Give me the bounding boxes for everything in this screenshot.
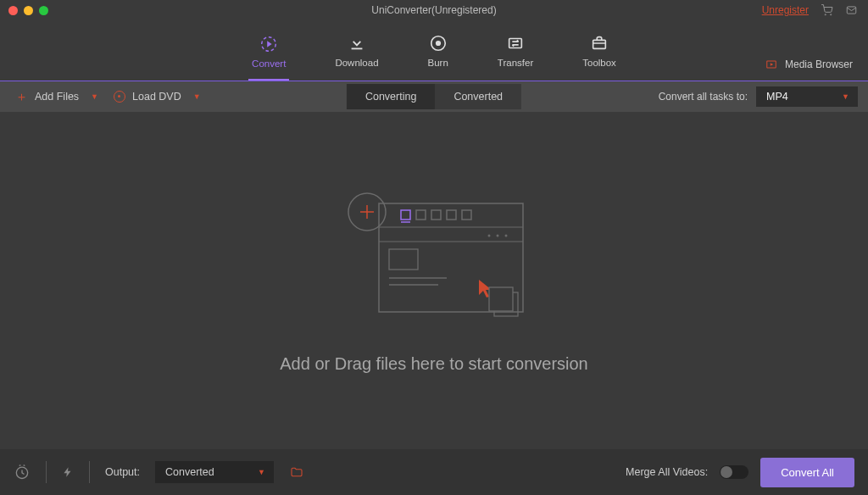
svg-rect-8	[509, 38, 522, 47]
nav-download[interactable]: Download	[331, 29, 381, 73]
bottom-bar: Output: Converted ▼ Merge All Videos: Co…	[0, 449, 868, 495]
burn-icon	[429, 34, 448, 53]
disc-icon	[114, 91, 125, 103]
svg-point-24	[497, 234, 499, 236]
media-browser-button[interactable]: Media Browser	[765, 58, 853, 70]
chevron-down-icon: ▼	[91, 92, 98, 101]
convert-all-tasks-label: Convert all tasks to:	[659, 91, 748, 103]
toolbox-icon	[590, 34, 609, 53]
merge-videos-toggle[interactable]	[720, 465, 748, 479]
merge-videos-label: Merge All Videos:	[626, 466, 708, 478]
svg-marker-11	[771, 63, 774, 66]
schedule-icon[interactable]	[14, 464, 31, 481]
maximize-window-button[interactable]	[39, 6, 48, 15]
message-icon[interactable]	[845, 4, 858, 16]
svg-rect-19	[431, 210, 441, 220]
add-files-label: Add Files	[35, 91, 79, 103]
tab-converted[interactable]: Converted	[435, 84, 521, 109]
output-selected-value: Converted	[165, 466, 214, 478]
load-dvd-label: Load DVD	[132, 91, 181, 103]
nav-label: Toolbox	[582, 58, 616, 68]
separator	[46, 461, 47, 483]
output-format-select[interactable]: MP4 ▼	[756, 86, 858, 107]
transfer-icon	[506, 34, 525, 53]
svg-rect-5	[352, 47, 363, 49]
load-dvd-button[interactable]: Load DVD ▼	[108, 87, 206, 106]
download-icon	[348, 34, 366, 53]
svg-rect-21	[462, 210, 471, 220]
separator	[89, 461, 90, 483]
gpu-accel-icon[interactable]	[62, 464, 74, 481]
format-selected-value: MP4	[766, 91, 788, 103]
top-nav: Convert Download Burn Transfer Toolbox	[0, 20, 868, 81]
chevron-down-icon: ▼	[258, 468, 265, 476]
nav-burn[interactable]: Burn	[425, 29, 452, 73]
svg-rect-20	[447, 210, 456, 220]
svg-rect-9	[593, 40, 606, 48]
nav-toolbox[interactable]: Toolbox	[579, 29, 620, 73]
media-browser-icon	[765, 58, 778, 70]
media-browser-label: Media Browser	[785, 58, 853, 70]
toolbar: ＋ Add Files ▼ Load DVD ▼ Converting Conv…	[0, 81, 868, 112]
tab-converting[interactable]: Converting	[347, 84, 435, 109]
plus-icon: ＋	[15, 89, 28, 105]
nav-label: Convert	[252, 58, 286, 69]
open-folder-icon[interactable]	[289, 465, 304, 479]
svg-rect-18	[416, 210, 426, 220]
unregister-link[interactable]: Unregister	[762, 4, 809, 16]
nav-label: Download	[335, 58, 378, 68]
svg-rect-2	[847, 7, 856, 14]
cart-icon[interactable]	[821, 4, 833, 16]
svg-point-7	[436, 41, 440, 45]
output-label: Output:	[105, 466, 140, 478]
nav-convert[interactable]: Convert	[248, 30, 289, 81]
nav-transfer[interactable]: Transfer	[494, 29, 537, 73]
app-window: UniConverter(Unregistered) Unregister Co…	[0, 0, 868, 495]
toolbar-right: Convert all tasks to: MP4 ▼	[659, 86, 858, 107]
window-controls	[8, 6, 48, 15]
chevron-down-icon: ▼	[193, 92, 201, 101]
svg-rect-16	[401, 210, 410, 220]
drop-illustration	[337, 188, 531, 332]
convert-tabs: Converting Converted	[347, 84, 521, 109]
titlebar-right: Unregister	[762, 4, 858, 16]
titlebar: UniConverter(Unregistered) Unregister	[0, 0, 868, 20]
convert-all-button[interactable]: Convert All	[760, 458, 854, 487]
close-window-button[interactable]	[8, 6, 18, 15]
svg-marker-4	[267, 41, 272, 47]
toggle-knob	[721, 466, 732, 478]
convert-icon	[259, 35, 278, 53]
bottom-bar-right: Merge All Videos: Convert All	[626, 458, 854, 487]
nav-label: Transfer	[498, 58, 533, 68]
svg-rect-27	[389, 249, 418, 270]
output-folder-select[interactable]: Converted ▼	[155, 461, 274, 483]
chevron-down-icon: ▼	[842, 92, 849, 101]
svg-point-0	[825, 14, 826, 15]
minimize-window-button[interactable]	[24, 6, 33, 15]
svg-point-23	[488, 234, 491, 236]
nav-label: Burn	[428, 58, 448, 68]
svg-point-25	[505, 234, 508, 236]
svg-rect-32	[489, 287, 513, 311]
window-title: UniConverter(Unregistered)	[0, 4, 868, 16]
svg-point-1	[831, 14, 832, 15]
drop-area[interactable]: Add or Drag files here to start conversi…	[0, 112, 868, 449]
add-files-button[interactable]: ＋ Add Files ▼	[10, 86, 103, 108]
drop-placeholder-text: Add or Drag files here to start conversi…	[280, 354, 588, 374]
